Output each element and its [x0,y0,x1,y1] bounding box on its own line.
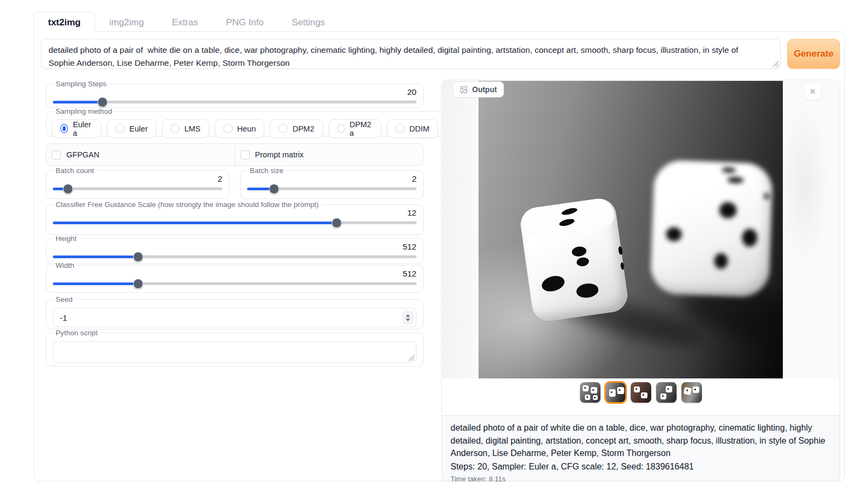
gallery-thumbnail[interactable] [656,382,677,403]
seed-group: Seed [46,295,424,329]
height-slider[interactable] [53,252,417,261]
time-taken-text: Time taken: 8.11s [451,475,831,483]
python-script-label: Python script [53,329,100,337]
stepper-down-icon[interactable] [406,319,410,321]
cfg-scale-label: Classifier Free Guidance Scale (how stro… [53,201,322,209]
radio-dot [223,124,233,133]
slider-thumb[interactable] [269,184,279,194]
generate-button[interactable]: Generate [787,39,840,69]
preview-blur-right [781,81,839,378]
cfg-scale-value: 12 [52,208,418,217]
close-icon[interactable]: ✕ [804,84,821,100]
slider-fill [53,282,138,285]
prompt-input[interactable]: detailed photo of a pair of white die on… [42,39,780,68]
cfg-scale-slider[interactable] [53,218,417,227]
slider-thumb[interactable] [63,184,73,194]
width-value: 512 [52,269,418,278]
batch-size-label: Batch size [247,167,286,175]
radio-lms[interactable]: LMS [162,119,209,138]
sampling-method-options: Euler a Euler LMS Heun DPM2 DPM2 a DDIM [52,119,496,138]
generation-info: detailed photo of a pair of white die on… [442,416,839,481]
sampling-steps-label: Sampling Steps [53,80,110,88]
gfpgan-checkbox[interactable] [52,150,61,160]
slider-thumb[interactable] [97,97,107,107]
slider-thumb[interactable] [133,252,144,262]
output-chip-label: Output [472,85,497,94]
python-script-group: Python script [46,329,424,367]
batch-count-slider[interactable] [53,184,222,194]
radio-dot [60,124,68,133]
python-script-wrap [53,341,417,363]
prompt-input-wrap: detailed photo of a pair of white die on… [41,39,781,69]
seed-input-wrap [53,308,417,327]
gallery-thumbnail[interactable] [681,382,702,403]
radio-label: Euler a [73,120,93,137]
radio-dot [170,124,180,133]
width-slider[interactable] [53,279,417,288]
slider-thumb[interactable] [133,279,144,289]
radio-heun[interactable]: Heun [215,119,265,138]
batch-size-group: Batch size 2 [240,167,424,199]
gallery-thumbnail[interactable] [631,382,651,403]
width-label: Width [53,261,77,270]
prompt-matrix-label: Prompt matrix [255,150,304,159]
prompt-matrix-option: Prompt matrix [235,144,424,165]
slider-thumb[interactable] [331,218,342,228]
output-gallery: Output ✕ [442,80,839,416]
radio-euler-a[interactable]: Euler a [52,119,101,138]
image-preview [442,81,839,378]
height-label: Height [53,234,79,243]
seed-stepper[interactable] [402,310,414,325]
sampling-steps-group: Sampling Steps 20 [46,80,424,108]
seed-input[interactable] [53,308,416,327]
radio-label: Euler [129,125,148,133]
batch-count-group: Batch count 2 [46,167,229,199]
batch-count-label: Batch count [53,167,97,175]
gallery-thumbnail[interactable] [580,382,600,403]
tab-txt2img[interactable]: txt2img [33,12,95,33]
image-icon [460,86,468,94]
die-pip [714,253,728,269]
radio-euler[interactable]: Euler [107,119,156,138]
batch-count-value: 2 [52,174,223,183]
radio-label: DDIM [409,125,429,133]
radio-label: Heun [237,125,256,133]
width-group: Width 512 [46,261,424,293]
sampling-steps-slider[interactable] [53,97,417,107]
tab-png-info[interactable]: PNG Info [212,12,278,33]
output-prompt-text: detailed photo of a pair of white die on… [451,422,831,460]
radio-dpm2[interactable]: DPM2 [270,119,323,138]
prompt-matrix-checkbox[interactable] [241,150,250,160]
sampling-steps-value: 20 [52,87,418,96]
output-panel: Output ✕ [441,80,840,481]
slider-fill [53,222,337,224]
radio-dot [337,124,345,133]
radio-dot [115,124,125,133]
batch-size-slider[interactable] [247,184,417,194]
die-pip [764,193,769,199]
tab-extras[interactable]: Extras [158,12,212,33]
sampling-method-label: Sampling method [53,107,115,115]
generated-image[interactable] [479,81,783,378]
radio-label: DPM2 a [350,120,373,137]
python-script-input[interactable] [53,342,416,362]
batch-size-value: 2 [246,174,418,183]
focused-die [518,197,630,323]
radio-label: LMS [185,125,201,133]
tab-img2img[interactable]: img2img [95,12,158,33]
gallery-thumbnails [442,382,839,403]
seed-label: Seed [53,295,76,303]
radio-dot [278,124,288,133]
radio-dpm2-a[interactable]: DPM2 a [329,119,381,138]
gfpgan-option: GFPGAN [46,144,235,165]
radio-ddim[interactable]: DDIM [387,119,438,138]
height-group: Height 512 [46,234,424,264]
tab-settings[interactable]: Settings [278,12,339,33]
sampling-method-group: Sampling method Euler a Euler LMS Heun D… [46,107,502,136]
output-chip: Output [453,81,504,98]
stepper-up-icon[interactable] [406,314,410,317]
cfg-scale-group: Classifier Free Guidance Scale (how stro… [46,201,424,235]
options-panel: GFPGAN Prompt matrix [46,143,424,166]
gallery-thumbnail-selected[interactable] [605,382,626,403]
radio-label: DPM2 [292,125,314,133]
